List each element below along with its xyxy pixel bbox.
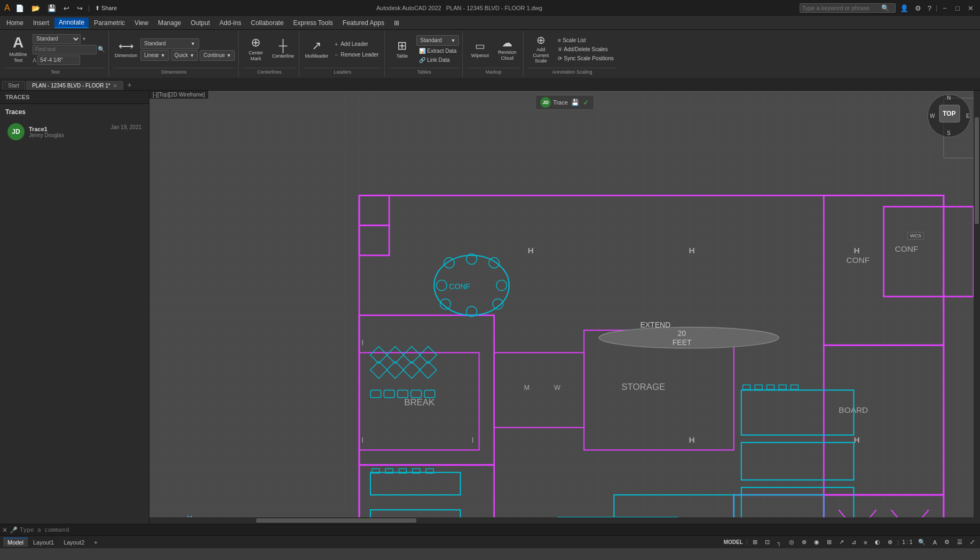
fullscreen-btn[interactable]: ⤢	[968, 538, 977, 547]
center-mark-btn[interactable]: ⊕ CenterMark	[243, 34, 268, 66]
text-height-icon: A	[33, 57, 36, 63]
dim-style-dropdown[interactable]: Standard ▼	[140, 38, 199, 49]
scale-list-btn[interactable]: ≡ Scale List	[555, 36, 616, 44]
continue-label: Continue	[203, 52, 225, 58]
add-delete-scales-btn[interactable]: ∓ Add/Delete Scales	[555, 45, 616, 53]
leaders-group-label: Leaders	[304, 68, 381, 76]
text-height-input[interactable]	[37, 55, 80, 65]
command-lock-icon: 🎤	[10, 526, 18, 534]
horizontal-scrollbar[interactable]	[149, 517, 974, 524]
qa-share[interactable]: ⬆ Share	[93, 4, 119, 13]
menu-addins[interactable]: Add-ins	[215, 18, 246, 28]
osnap-btn[interactable]: ⊕	[800, 538, 809, 547]
trace-toolbar: JD Trace 💾 ✓	[535, 95, 594, 110]
centerline-btn[interactable]: ┼ Centerline	[270, 34, 296, 66]
ducs-btn[interactable]: ↗	[837, 538, 846, 547]
vertical-scrollbar[interactable]	[974, 91, 980, 524]
menu-output[interactable]: Output	[186, 18, 214, 28]
command-input[interactable]	[20, 526, 978, 533]
add-tab-btn[interactable]: +	[124, 79, 135, 90]
sync-scale-btn[interactable]: ⟳ Sync Scale Positions	[555, 54, 616, 62]
continue-dropdown[interactable]: Continue ▼	[200, 50, 235, 61]
svg-text:CONF: CONF	[895, 244, 919, 253]
viewport-label: [-][Top][2D Wireframe]	[153, 92, 205, 98]
3dosnap-btn[interactable]: ◉	[812, 538, 821, 547]
table-style-dropdown[interactable]: Standard ▼	[416, 35, 459, 46]
ortho-btn[interactable]: ┐	[775, 538, 784, 547]
menu-express[interactable]: Express Tools	[289, 18, 337, 28]
trace-item[interactable]: JD Trace1 Jenny Douglas Jan 19, 2021	[5, 120, 144, 143]
dimension-btn[interactable]: ⟷ Dimension	[113, 34, 139, 66]
layout1-tab[interactable]: Layout1	[29, 538, 58, 547]
menu-parametric[interactable]: Parametric	[90, 18, 129, 28]
menu-home[interactable]: Home	[2, 18, 28, 28]
text-group-label: Text	[5, 68, 105, 76]
user-icon[interactable]: 👤	[898, 3, 911, 13]
grid-btn[interactable]: ⊞	[750, 538, 760, 547]
snap-btn[interactable]: ⊡	[763, 538, 772, 547]
keyword-search-input[interactable]	[802, 5, 880, 11]
plan-tab[interactable]: PLAN - 12345 BLVD - FLOOR 1* ✕	[26, 81, 123, 90]
trace-save-icon[interactable]: 💾	[570, 97, 581, 108]
text-style-select[interactable]: Standard	[33, 34, 81, 44]
sidebar: TRACES Traces JD Trace1 Jenny Douglas Ja…	[0, 91, 149, 524]
workspace-btn[interactable]: ⚙	[942, 538, 952, 547]
trace-check-icon[interactable]: ✓	[583, 98, 589, 107]
qa-open[interactable]: 📂	[29, 3, 42, 13]
model-tab[interactable]: Model	[3, 538, 28, 547]
chevron-down-icon: ▼	[191, 41, 195, 46]
settings-icon[interactable]: ⚙	[913, 3, 923, 13]
minimize-btn[interactable]: −	[939, 3, 950, 13]
search-icon-text[interactable]: 🔍	[98, 46, 105, 53]
multileader-btn[interactable]: ↗ Multileader	[304, 34, 329, 66]
plan-tab-close[interactable]: ✕	[113, 83, 117, 89]
table-btn[interactable]: ⊞ Table	[389, 34, 415, 66]
multiline-text-btn[interactable]: A MultilineText	[5, 34, 31, 66]
qa-save[interactable]: 💾	[45, 3, 58, 13]
menu-featured[interactable]: Featured Apps	[338, 18, 389, 28]
navigation-cube[interactable]: N S E W TOP	[927, 93, 972, 139]
remove-leader-btn[interactable]: － Remove Leader	[331, 50, 381, 60]
qa-new[interactable]: 📄	[13, 3, 26, 13]
link-data-btn[interactable]: 🔗 Link Data	[416, 56, 459, 64]
ribbon-group-leaders: ↗ Multileader ＋ Add Leader － Remove Lead…	[301, 31, 385, 77]
chevron-icon: ▼	[226, 53, 231, 58]
status-sep-1: |	[746, 539, 748, 545]
revision-cloud-btn[interactable]: ☁ RevisionCloud	[494, 34, 520, 66]
add-layout-btn[interactable]: +	[90, 538, 101, 547]
close-btn[interactable]: ✕	[965, 3, 976, 13]
menu-collaborate[interactable]: Collaborate	[247, 18, 288, 28]
start-tab-label: Start	[8, 83, 19, 89]
linear-dropdown[interactable]: Linear ▼	[140, 50, 169, 61]
properties-btn[interactable]: ☰	[955, 538, 965, 547]
status-sep-2: |	[898, 539, 899, 545]
extract-data-btn[interactable]: 📊 Extract Data	[416, 47, 459, 55]
zoom-btn[interactable]: 🔍	[916, 538, 928, 547]
quick-dropdown[interactable]: Quick ▼	[171, 50, 198, 61]
sel-cycling-btn[interactable]: ⊕	[886, 538, 895, 547]
wipeout-btn[interactable]: ▭ Wipeout	[467, 34, 493, 66]
menu-annotate[interactable]: Annotate	[54, 18, 89, 28]
qa-redo[interactable]: ↪	[75, 3, 85, 13]
add-current-scale-btn[interactable]: ⊕ AddCurrentScale	[528, 33, 554, 66]
menu-manage[interactable]: Manage	[154, 18, 185, 28]
menu-grid[interactable]: ⊞	[390, 18, 404, 28]
floor-plan-drawing: BREAK STORAGE M W CONF BOARD ELEVATORS	[149, 91, 974, 524]
qa-undo[interactable]: ↩	[61, 3, 72, 13]
polar-btn[interactable]: ◎	[787, 538, 796, 547]
add-leader-btn[interactable]: ＋ Add Leader	[331, 39, 381, 49]
maximize-btn[interactable]: □	[952, 3, 963, 13]
otrack-btn[interactable]: ⊞	[825, 538, 834, 547]
menu-insert[interactable]: Insert	[29, 18, 53, 28]
annotation-scale-btn[interactable]: A	[931, 538, 939, 547]
menu-view[interactable]: View	[130, 18, 153, 28]
dyn-btn[interactable]: ⊿	[849, 538, 858, 547]
find-text-input[interactable]	[33, 45, 97, 54]
help-icon[interactable]: ?	[926, 3, 934, 13]
layout2-tab[interactable]: Layout2	[59, 538, 89, 547]
svg-text:EXTEND: EXTEND	[640, 321, 670, 329]
multiline-text-label: MultilineText	[9, 52, 27, 63]
lweight-btn[interactable]: ≡	[862, 538, 869, 547]
transparency-btn[interactable]: ◐	[873, 538, 882, 547]
start-tab[interactable]: Start	[2, 81, 25, 90]
